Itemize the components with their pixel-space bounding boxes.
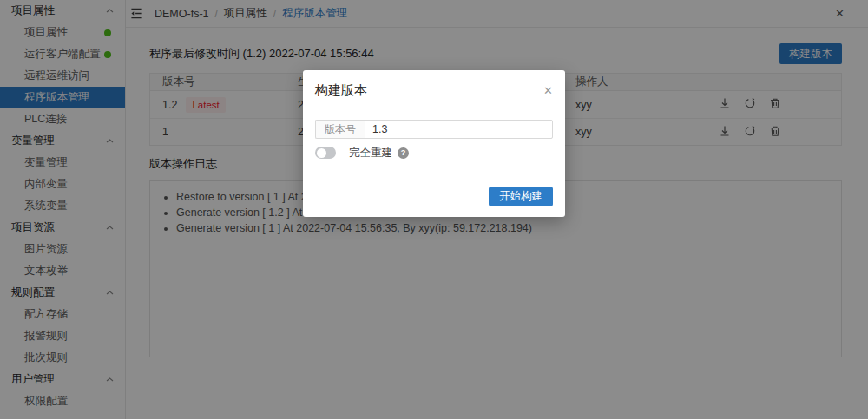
start-build-button[interactable]: 开始构建	[489, 187, 553, 206]
build-version-modal: 构建版本 ✕ 版本号 完全重建 ? 开始构建	[303, 70, 565, 217]
version-number-input[interactable]	[365, 120, 553, 139]
modal-close-icon[interactable]: ✕	[543, 85, 553, 96]
modal-footer: 开始构建	[315, 187, 553, 206]
version-input-group: 版本号	[315, 120, 553, 139]
modal-title: 构建版本	[315, 82, 367, 99]
full-rebuild-toggle[interactable]	[315, 147, 336, 159]
help-icon[interactable]: ?	[398, 147, 409, 159]
version-input-label: 版本号	[315, 120, 365, 139]
full-rebuild-row: 完全重建 ?	[315, 146, 553, 160]
full-rebuild-label: 完全重建	[349, 146, 392, 160]
modal-header: 构建版本 ✕	[315, 70, 553, 105]
toggle-knob	[317, 148, 326, 158]
